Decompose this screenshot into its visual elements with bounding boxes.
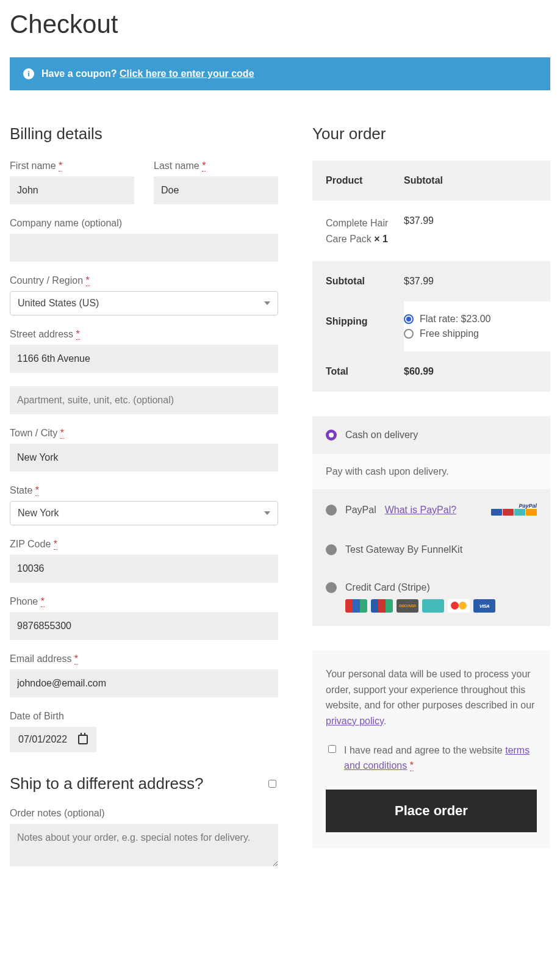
shipping-option-label: Free shipping: [420, 328, 479, 339]
last-name-input[interactable]: [154, 176, 278, 204]
state-value: New York: [18, 508, 59, 519]
country-select[interactable]: United States (US): [10, 291, 278, 315]
place-order-button[interactable]: Place order: [326, 790, 537, 832]
jcb-icon: [371, 599, 393, 613]
subtotal-value: $37.99: [404, 261, 550, 301]
required-mark: *: [35, 485, 39, 496]
phone-label: Phone *: [10, 596, 278, 607]
radio-icon: [326, 544, 337, 555]
terms-checkbox[interactable]: [328, 745, 336, 753]
unionpay-icon: [345, 599, 367, 613]
total-label: Total: [312, 351, 404, 392]
calendar-icon: [78, 735, 88, 744]
what-is-paypal-link[interactable]: What is PayPal?: [385, 505, 456, 516]
dob-label: Date of Birth: [10, 711, 278, 722]
chevron-down-icon: [264, 301, 270, 305]
privacy-policy-link[interactable]: privacy policy: [326, 716, 384, 726]
coupon-notice: i Have a coupon? Click here to enter you…: [10, 57, 550, 90]
radio-icon: [404, 329, 414, 339]
order-review-table: Product Subtotal Complete Hair Care Pack…: [312, 160, 550, 392]
phone-input[interactable]: [10, 612, 278, 640]
ship-different-checkbox[interactable]: [268, 780, 276, 788]
required-mark: *: [74, 653, 78, 664]
payment-method-stripe[interactable]: Credit Card (Stripe) DISCOVER VISA: [312, 569, 550, 626]
dob-value: 07/01/2022: [18, 734, 67, 745]
required-mark: *: [59, 160, 62, 171]
payment-label: PayPal: [345, 505, 376, 516]
shipping-option-free[interactable]: Free shipping: [404, 328, 537, 339]
city-label: Town / City *: [10, 428, 278, 439]
city-input[interactable]: [10, 444, 278, 472]
total-value: $60.99: [404, 351, 550, 392]
first-name-input[interactable]: [10, 176, 134, 204]
radio-icon: [326, 430, 337, 441]
mastercard-icon: [448, 599, 470, 613]
radio-icon: [326, 505, 337, 516]
required-mark: *: [60, 428, 64, 439]
page-title: Checkout: [10, 10, 550, 39]
zip-label: ZIP Code *: [10, 539, 278, 550]
payment-methods: Cash on delivery Pay with cash upon deli…: [312, 416, 550, 626]
payment-label: Test Gateway By FunnelKit: [345, 544, 462, 555]
email-input[interactable]: [10, 669, 278, 697]
company-label: Company name (optional): [10, 218, 278, 229]
state-label: State *: [10, 485, 278, 496]
order-heading: Your order: [312, 124, 550, 143]
required-mark: *: [41, 596, 45, 607]
required-mark: *: [202, 160, 206, 171]
first-name-label: First name *: [10, 160, 134, 171]
country-label: Country / Region *: [10, 275, 278, 286]
payment-cod-desc: Pay with cash upon delivery.: [312, 454, 550, 489]
shipping-label: Shipping: [312, 301, 404, 351]
order-item-price: $37.99: [404, 201, 550, 261]
street-label: Street address *: [10, 329, 278, 340]
info-icon: i: [23, 68, 34, 79]
zip-input[interactable]: [10, 555, 278, 583]
paypal-logo-icon: PayPal: [489, 503, 537, 517]
order-notes-input[interactable]: [10, 824, 278, 866]
email-label: Email address *: [10, 653, 278, 664]
terms-text: I have read and agree to the website: [344, 745, 505, 755]
radio-icon: [404, 314, 414, 324]
payment-method-cod[interactable]: Cash on delivery: [312, 416, 550, 454]
payment-method-paypal[interactable]: PayPal What is PayPal? PayPal: [312, 489, 550, 531]
shipping-option-flat[interactable]: Flat rate: $23.00: [404, 314, 537, 325]
ship-different-heading: Ship to a different address?: [10, 774, 204, 793]
chevron-down-icon: [264, 511, 270, 515]
required-mark: *: [410, 760, 414, 771]
radio-icon: [326, 582, 337, 593]
coupon-link[interactable]: Click here to enter your code: [120, 68, 254, 79]
discover-icon: DISCOVER: [397, 599, 418, 613]
street2-input[interactable]: [10, 386, 278, 414]
shipping-option-label: Flat rate: $23.00: [420, 314, 491, 325]
required-mark: *: [86, 275, 90, 286]
order-notes-label: Order notes (optional): [10, 808, 278, 819]
product-header: Product: [312, 160, 404, 201]
visa-icon: VISA: [473, 599, 495, 613]
amex-icon: [422, 599, 444, 613]
card-brand-icons: DISCOVER VISA: [326, 599, 537, 613]
last-name-label: Last name *: [154, 160, 278, 171]
company-input[interactable]: [10, 234, 278, 262]
required-mark: *: [54, 539, 57, 550]
country-value: United States (US): [18, 298, 99, 309]
subtotal-label: Subtotal: [312, 261, 404, 301]
order-item-qty: × 1: [374, 234, 388, 244]
payment-method-testgw[interactable]: Test Gateway By FunnelKit: [312, 531, 550, 569]
payment-label: Credit Card (Stripe): [345, 582, 430, 593]
subtotal-header: Subtotal: [404, 160, 550, 201]
privacy-policy-notice: Your personal data will be used to proce…: [312, 650, 550, 848]
billing-heading: Billing details: [10, 124, 278, 143]
state-select[interactable]: New York: [10, 501, 278, 525]
privacy-text: Your personal data will be used to proce…: [326, 669, 534, 710]
payment-label: Cash on delivery: [345, 430, 418, 441]
coupon-prompt: Have a coupon?: [41, 68, 120, 79]
street1-input[interactable]: [10, 345, 278, 373]
dob-input[interactable]: 07/01/2022: [10, 727, 96, 752]
required-mark: *: [76, 329, 80, 340]
